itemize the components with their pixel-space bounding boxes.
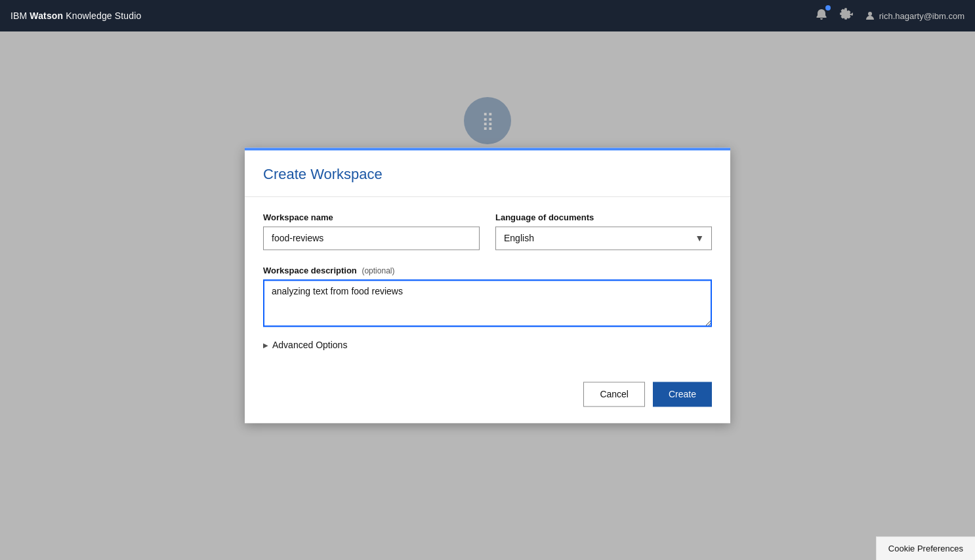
workspace-name-label: Workspace name [263,212,480,222]
modal-header: Create Workspace [245,148,730,197]
user-menu[interactable]: rich.hagarty@ibm.com [865,10,965,21]
brand-ibm: IBM [10,10,30,21]
topbar-right: rich.hagarty@ibm.com [815,8,965,24]
language-label: Language of documents [495,212,712,222]
modal-body: Workspace name Language of documents Eng… [245,197,730,369]
brand-rest: Knowledge Studio [63,10,141,21]
svg-point-0 [868,12,872,16]
modal-footer: Cancel Create [245,369,730,422]
cookie-preferences-button[interactable]: Cookie Preferences [876,536,975,560]
language-select[interactable]: English French German Spanish Japanese [495,226,712,250]
notification-icon[interactable] [815,8,828,24]
workspace-name-input[interactable] [263,226,480,250]
user-email: rich.hagarty@ibm.com [879,11,965,21]
settings-icon[interactable] [840,8,853,24]
advanced-options-toggle[interactable]: ▶ Advanced Options [263,340,712,350]
description-group: Workspace description (optional) analyzi… [263,266,712,327]
description-optional: (optional) [362,266,394,275]
create-workspace-modal: Create Workspace Workspace name Language… [245,148,730,423]
brand-watson: Watson [30,10,63,21]
cancel-button[interactable]: Cancel [583,382,645,407]
topbar: IBM Watson Knowledge Studio rich.hagarty… [0,0,975,31]
advanced-options-label: Advanced Options [272,340,347,350]
notification-badge [825,5,831,10]
description-textarea[interactable]: analyzing text from food reviews [263,279,712,327]
description-label: Workspace description (optional) [263,266,712,275]
brand: IBM Watson Knowledge Studio [10,10,141,21]
modal-title: Create Workspace [263,166,712,183]
language-group: Language of documents English French Ger… [495,212,712,250]
advanced-options-arrow-icon: ▶ [263,342,268,349]
language-select-wrapper: English French German Spanish Japanese ▼ [495,226,712,250]
workspace-name-group: Workspace name [263,212,480,250]
form-row-top: Workspace name Language of documents Eng… [263,212,712,250]
create-button[interactable]: Create [653,382,712,407]
